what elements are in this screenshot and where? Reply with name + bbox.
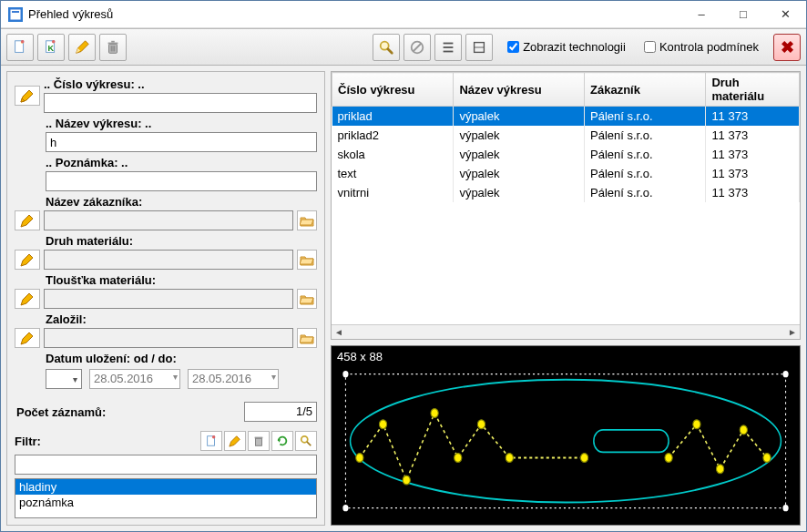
nazev-input[interactable] <box>46 132 317 152</box>
magnifier-icon <box>300 435 312 447</box>
svg-marker-29 <box>21 293 33 305</box>
list-item[interactable]: poznámka <box>15 495 316 510</box>
tloustka-edit-icon[interactable] <box>15 289 40 309</box>
filter-search-button[interactable] <box>295 431 317 451</box>
close-button[interactable]: ✖ <box>773 34 801 61</box>
window-buttons: – □ ✕ <box>680 1 806 28</box>
poznamka-input[interactable] <box>46 171 317 191</box>
condition-check-checkbox[interactable]: Kontrola podmínek <box>640 38 759 56</box>
zalozil-input[interactable] <box>44 328 293 348</box>
condition-check-label: Kontrola podmínek <box>659 40 759 54</box>
filter-edit-button[interactable] <box>224 431 246 451</box>
table-row[interactable]: priklad2výpalekPálení s.r.o.11 373 <box>332 126 800 145</box>
edit-button[interactable] <box>68 34 96 61</box>
grid-scrollbar[interactable]: ◄ ► <box>332 324 800 339</box>
material-lookup-button[interactable] <box>297 250 317 270</box>
table-cell: výpalek <box>454 145 585 164</box>
tloustka-input[interactable] <box>44 289 293 309</box>
maximize-button[interactable]: □ <box>722 1 764 28</box>
scroll-left-icon[interactable]: ◄ <box>332 326 346 339</box>
material-label: Druh materiálu: <box>46 234 317 248</box>
table-cell: Pálení s.r.o. <box>585 183 706 202</box>
cislo-edit-icon[interactable] <box>15 86 40 106</box>
close-window-button[interactable]: ✕ <box>764 1 806 28</box>
svg-point-53 <box>580 454 587 463</box>
no-entry-icon <box>409 39 425 56</box>
disable-button[interactable] <box>404 34 431 61</box>
date-op-dropdown[interactable]: ▾ <box>46 369 82 389</box>
results-grid[interactable]: Číslo výkresuNázev výkresuZákazníkDruh m… <box>331 71 801 340</box>
filter-delete-button[interactable] <box>248 431 270 451</box>
close-x-icon: ✖ <box>781 37 794 57</box>
delete-button[interactable] <box>99 34 127 61</box>
table-cell: výpalek <box>454 164 585 183</box>
window-title: Přehled výkresů <box>28 7 680 21</box>
zalozil-label: Založil: <box>46 312 317 326</box>
pencil-icon <box>20 292 35 306</box>
table-row[interactable]: vnitrnivýpalekPálení s.r.o.11 373 <box>332 183 800 202</box>
zalozil-edit-icon[interactable] <box>15 328 40 348</box>
nazev-label: .. Název výkresu: .. <box>46 117 317 130</box>
zalozil-lookup-button[interactable] <box>297 328 317 348</box>
results-panel: Číslo výkresuNázev výkresuZákazníkDruh m… <box>331 71 801 526</box>
svg-point-48 <box>403 476 410 485</box>
datum-label: Datum uložení: od / do: <box>46 352 317 365</box>
material-input[interactable] <box>44 250 293 270</box>
grid-column-header[interactable]: Název výkresu <box>454 73 585 107</box>
filter-label: Filtr: <box>15 435 199 448</box>
zakaznik-input[interactable] <box>44 210 293 230</box>
svg-point-4 <box>21 39 25 43</box>
filter-refresh-button[interactable] <box>271 431 293 451</box>
condition-check-input[interactable] <box>644 41 656 53</box>
svg-point-58 <box>763 454 771 463</box>
table-row[interactable]: skolavýpalekPálení s.r.o.11 373 <box>332 145 800 164</box>
material-edit-icon[interactable] <box>15 250 40 270</box>
titlebar: Přehled výkresů – □ ✕ <box>1 1 806 28</box>
client-area: K Zobrazit technologi <box>1 28 806 531</box>
table-cell: Pálení s.r.o. <box>585 164 706 183</box>
list-item[interactable]: hladiny <box>15 479 316 495</box>
table-cell: vnitrni <box>332 183 454 202</box>
list-view-button[interactable] <box>434 34 462 61</box>
magnifier-icon <box>378 39 394 56</box>
date-to-value: 28.05.2016 <box>192 372 251 385</box>
zakaznik-lookup-button[interactable] <box>297 210 317 230</box>
grid-column-header[interactable]: Číslo výkresu <box>332 73 454 107</box>
show-technology-input[interactable] <box>507 41 519 53</box>
svg-point-52 <box>506 454 513 463</box>
svg-point-56 <box>717 465 724 474</box>
search-button[interactable] <box>373 34 400 61</box>
grid-column-header[interactable]: Druh materiálu <box>706 73 800 107</box>
new-button[interactable] <box>6 34 34 61</box>
filter-new-button[interactable] <box>200 431 222 451</box>
cislo-input[interactable] <box>44 93 317 113</box>
svg-point-7 <box>52 39 56 43</box>
cislo-label: .. Číslo výkresu: .. <box>44 77 317 91</box>
pencil-icon <box>20 213 35 228</box>
show-technology-checkbox[interactable]: Zobrazit technologii <box>504 38 626 56</box>
table-cell: 11 373 <box>706 126 800 145</box>
body: .. Číslo výkresu: .. .. Název výkresu: .… <box>1 66 806 531</box>
table-row[interactable]: prikladvýpalekPálení s.r.o.11 373 <box>332 107 800 127</box>
svg-text:K: K <box>47 43 54 52</box>
new-doc-icon <box>12 39 28 56</box>
minimize-button[interactable]: – <box>680 1 722 28</box>
new-k-doc-icon: K <box>43 39 59 56</box>
zakaznik-edit-icon[interactable] <box>15 210 40 230</box>
table-cell: Pálení s.r.o. <box>585 145 706 164</box>
toolbar: K Zobrazit technologi <box>1 29 806 66</box>
date-to-input[interactable]: 28.05.2016▾ <box>188 369 279 389</box>
filter-text-input[interactable] <box>15 455 317 475</box>
grid-column-header[interactable]: Zákazník <box>585 73 706 107</box>
single-view-button[interactable] <box>465 34 493 61</box>
filter-list[interactable]: hladinypoznámka <box>15 478 317 518</box>
table-row[interactable]: textvýpalekPálení s.r.o.11 373 <box>332 164 800 183</box>
svg-point-51 <box>477 420 485 429</box>
table-cell: 11 373 <box>706 164 800 183</box>
new-doc-icon <box>205 435 218 447</box>
new-k-button[interactable]: K <box>37 34 65 61</box>
tloustka-lookup-button[interactable] <box>297 289 317 309</box>
date-from-input[interactable]: 28.05.2016▾ <box>89 369 180 389</box>
scroll-right-icon[interactable]: ► <box>785 326 800 339</box>
svg-point-46 <box>356 454 363 463</box>
